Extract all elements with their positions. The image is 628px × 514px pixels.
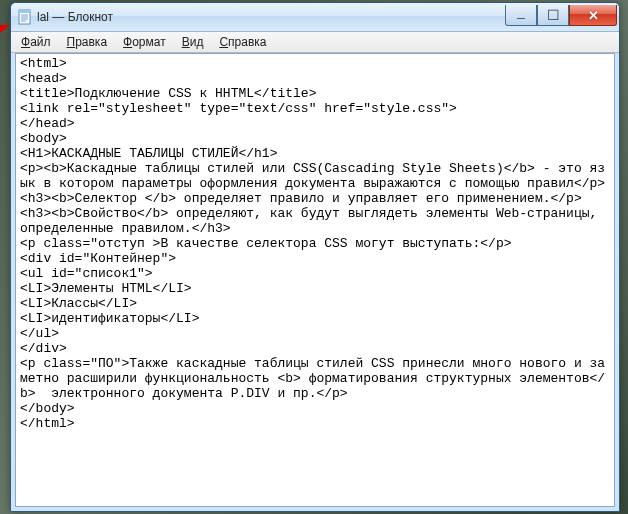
menu-format[interactable]: Формат [115, 33, 174, 51]
window-title: lal — Блокнот [37, 10, 113, 24]
menu-edit[interactable]: Правка [59, 33, 116, 51]
desktop-background: lal — Блокнот ─ ☐ ✕ Файл Правка Формат В… [0, 0, 628, 514]
notepad-icon [17, 9, 33, 25]
maximize-button[interactable]: ☐ [537, 5, 569, 26]
window-titlebar[interactable]: lal — Блокнот ─ ☐ ✕ [11, 3, 619, 32]
close-icon: ✕ [588, 8, 599, 23]
menu-help[interactable]: Справка [211, 33, 274, 51]
close-button[interactable]: ✕ [569, 5, 617, 26]
maximize-icon: ☐ [547, 10, 560, 20]
minimize-icon: ─ [517, 12, 525, 24]
notepad-window: lal — Блокнот ─ ☐ ✕ Файл Правка Формат В… [10, 2, 620, 512]
menu-file[interactable]: Файл [13, 33, 59, 51]
menu-view[interactable]: Вид [174, 33, 212, 51]
editor-client-area: <html> <head> <title>Подключение CSS к H… [15, 53, 615, 507]
text-editor[interactable]: <html> <head> <title>Подключение CSS к H… [20, 56, 610, 431]
window-control-buttons: ─ ☐ ✕ [505, 5, 619, 25]
minimize-button[interactable]: ─ [505, 5, 537, 26]
menubar: Файл Правка Формат Вид Справка [11, 32, 619, 53]
svg-rect-1 [19, 10, 30, 13]
